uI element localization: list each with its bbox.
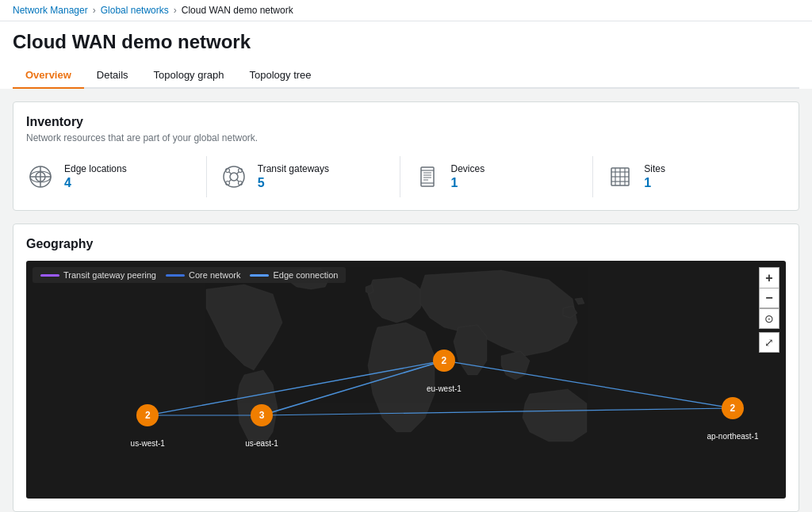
- svg-point-5: [224, 166, 244, 187]
- map-connections: [26, 261, 786, 499]
- inventory-item-sites: Sites 1: [593, 156, 786, 197]
- map-node-us-east-1[interactable]: 3: [251, 404, 273, 426]
- inventory-card: Inventory Network resources that are par…: [13, 101, 799, 211]
- zoom-out-button[interactable]: −: [759, 288, 779, 308]
- legend-edge-connection: Edge connection: [250, 270, 338, 280]
- map-legend: Transit gateway peering Core network Edg…: [33, 267, 346, 283]
- tab-details[interactable]: Details: [84, 63, 141, 89]
- map-node-label-us-east-1: us-east-1: [245, 439, 278, 448]
- edge-locations-count[interactable]: 4: [64, 176, 127, 190]
- svg-line-32: [262, 408, 733, 415]
- map-node-label-eu-west-1: eu-west-1: [427, 384, 462, 393]
- svg-line-30: [147, 361, 444, 415]
- expand-button[interactable]: ⤢: [759, 332, 779, 353]
- legend-label-core: Core network: [189, 270, 240, 280]
- zoom-in-button[interactable]: +: [759, 267, 779, 288]
- legend-label-peering: Transit gateway peering: [63, 270, 156, 280]
- map-node-count-ap-northeast-1: 2: [730, 403, 736, 414]
- transit-gateways-info: Transit gateways 5: [258, 163, 329, 190]
- page-header: Cloud WAN demo network Overview Details …: [0, 21, 812, 89]
- breadcrumb-global-networks[interactable]: Global networks: [101, 5, 169, 16]
- svg-line-33: [444, 361, 733, 408]
- transit-gateways-label: Transit gateways: [258, 163, 329, 174]
- breadcrumb-sep-1: ›: [93, 5, 96, 16]
- map-node-count-eu-west-1: 2: [442, 355, 447, 366]
- legend-transit-gateway-peering: Transit gateway peering: [40, 270, 156, 280]
- breadcrumb-current: Cloud WAN demo network: [182, 5, 293, 16]
- legend-line-core: [166, 274, 185, 277]
- tab-topology-tree[interactable]: Topology tree: [236, 63, 324, 89]
- sites-info: Sites 1: [644, 163, 665, 190]
- legend-core-network: Core network: [166, 270, 240, 280]
- legend-line-edge: [250, 274, 269, 277]
- inventory-grid: Edge locations 4: [26, 156, 786, 197]
- edge-locations-info: Edge locations 4: [64, 163, 127, 190]
- devices-icon: [413, 162, 442, 191]
- devices-info: Devices 1: [451, 163, 485, 190]
- map-node-ap-northeast-1[interactable]: 2: [722, 397, 744, 419]
- inventory-title: Inventory: [26, 115, 786, 129]
- geography-card: Geography: [13, 224, 799, 512]
- main-content: Inventory Network resources that are par…: [0, 89, 812, 512]
- map-node-count-us-west-1: 2: [145, 410, 151, 421]
- map-node-label-us-west-1: us-west-1: [131, 439, 165, 448]
- sites-icon: [606, 162, 634, 191]
- inventory-subtitle: Network resources that are part of your …: [26, 132, 786, 143]
- map-node-label-ap-northeast-1: ap-northeast-1: [707, 432, 758, 441]
- tab-topology-graph[interactable]: Topology graph: [141, 63, 237, 89]
- legend-label-edge: Edge connection: [273, 270, 338, 280]
- inventory-item-devices: Devices 1: [400, 156, 594, 197]
- map-node-count-us-east-1: 3: [259, 410, 265, 421]
- breadcrumb-network-manager[interactable]: Network Manager: [13, 5, 88, 16]
- map-node-us-west-1[interactable]: 2: [136, 404, 159, 426]
- edge-locations-icon: [26, 162, 55, 191]
- devices-count[interactable]: 1: [451, 176, 485, 190]
- svg-line-31: [262, 361, 444, 415]
- tab-overview[interactable]: Overview: [13, 63, 84, 89]
- tab-bar: Overview Details Topology graph Topology…: [13, 63, 799, 89]
- sites-label: Sites: [644, 163, 665, 174]
- transit-gateways-count[interactable]: 5: [258, 176, 329, 190]
- breadcrumb-sep-2: ›: [174, 5, 177, 16]
- edge-locations-label: Edge locations: [64, 163, 127, 174]
- geography-title: Geography: [26, 237, 786, 251]
- devices-label: Devices: [451, 163, 485, 174]
- inventory-item-edge-locations: Edge locations 4: [26, 156, 207, 197]
- map-controls: + − ⊙ ⤢: [759, 267, 779, 353]
- inventory-item-transit-gateways: Transit gateways 5: [207, 156, 400, 197]
- breadcrumb-bar: Network Manager › Global networks › Clou…: [0, 0, 812, 21]
- map-node-eu-west-1[interactable]: 2: [433, 350, 455, 372]
- reset-button[interactable]: ⊙: [759, 308, 779, 329]
- transit-gateways-icon: [220, 162, 248, 191]
- page-title: Cloud WAN demo network: [13, 31, 799, 53]
- sites-count[interactable]: 1: [644, 176, 665, 190]
- map-container[interactable]: Transit gateway peering Core network Edg…: [26, 261, 786, 499]
- legend-line-peering: [40, 274, 59, 277]
